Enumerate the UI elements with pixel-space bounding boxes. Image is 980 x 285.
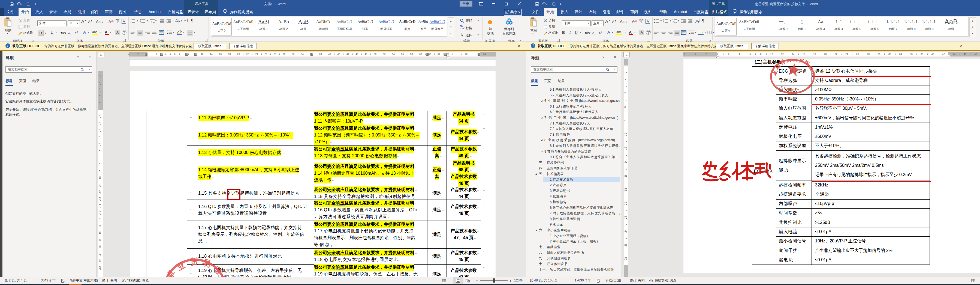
svg-text:3: 3 — [663, 22, 664, 23]
svg-text:5: 5 — [789, 88, 791, 92]
svg-text:0: 0 — [780, 85, 783, 88]
svg-text:3: 3 — [140, 22, 141, 23]
svg-text:Z: Z — [184, 21, 186, 23]
svg-text:1: 1 — [783, 86, 786, 90]
svg-text:技: 技 — [785, 59, 792, 63]
svg-text:贸: 贸 — [189, 256, 199, 266]
svg-text:卓: 卓 — [164, 268, 177, 277]
svg-text:5: 5 — [786, 88, 788, 91]
svg-text:1: 1 — [792, 89, 794, 92]
svg-text:发: 发 — [792, 59, 798, 62]
svg-text:0: 0 — [797, 88, 799, 91]
svg-text:易: 易 — [201, 258, 212, 269]
svg-text:9: 9 — [794, 88, 796, 92]
